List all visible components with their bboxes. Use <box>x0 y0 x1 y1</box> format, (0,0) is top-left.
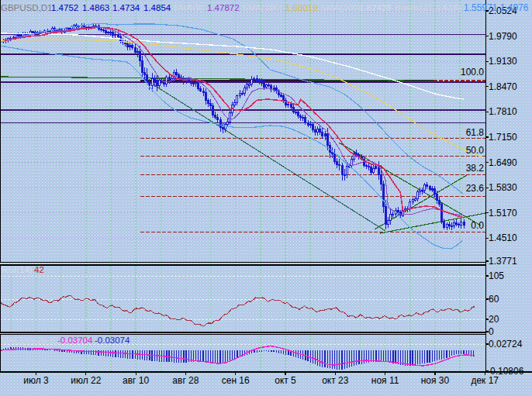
svg-text:1.68019: 1.68019 <box>285 3 318 12</box>
svg-text:RSI(14): RSI(14) <box>2 265 33 274</box>
svg-text:дек 17: дек 17 <box>471 375 499 386</box>
svg-text:0.0: 0.0 <box>471 220 484 231</box>
svg-text:1.47872: 1.47872 <box>207 3 240 12</box>
svg-text:SMA(200): SMA(200) <box>320 3 361 12</box>
svg-text:61.8: 61.8 <box>466 127 485 138</box>
svg-text:1.9130: 1.9130 <box>489 56 517 67</box>
svg-text:ноя 30: ноя 30 <box>421 375 450 386</box>
svg-text:ноя 11: ноя 11 <box>371 375 399 386</box>
svg-text:SMA(100): SMA(100) <box>242 3 282 12</box>
svg-text:июл 3: июл 3 <box>23 375 49 386</box>
svg-text:1.8470: 1.8470 <box>489 81 517 92</box>
svg-text:1.6490: 1.6490 <box>489 157 517 168</box>
svg-text:1.82428: 1.82428 <box>359 3 392 12</box>
svg-text:1.5170: 1.5170 <box>489 208 517 219</box>
svg-text:1.55971 1.4976: 1.55971 1.4976 <box>464 2 529 13</box>
svg-text:100.0: 100.0 <box>461 67 484 77</box>
svg-text:1.7150: 1.7150 <box>489 132 517 143</box>
svg-text:SMA(9): SMA(9) <box>173 3 203 12</box>
svg-text:-0.03704: -0.03704 <box>57 336 93 345</box>
svg-text:1.4510: 1.4510 <box>489 232 517 243</box>
svg-text:MACD(5,26,5): MACD(5,26,5) <box>1 336 58 345</box>
svg-text:23.6: 23.6 <box>466 183 485 194</box>
svg-text:0.02724: 0.02724 <box>489 339 523 350</box>
svg-text:1.5830: 1.5830 <box>489 182 517 193</box>
svg-text:Bands(21,1.618): Bands(21,1.618) <box>395 3 461 12</box>
svg-text:20: 20 <box>489 314 499 325</box>
svg-text:авг 10: авг 10 <box>123 375 149 386</box>
svg-text:окт 23: окт 23 <box>322 375 349 386</box>
svg-text:-0.03074: -0.03074 <box>95 336 130 345</box>
svg-text:60: 60 <box>489 294 499 305</box>
svg-text:50.0: 50.0 <box>466 145 485 156</box>
svg-text:1.4734: 1.4734 <box>112 3 140 12</box>
svg-text:38.2: 38.2 <box>466 163 485 174</box>
svg-text:GBPUSD,D1: GBPUSD,D1 <box>1 3 52 12</box>
svg-text:105: 105 <box>489 270 504 281</box>
svg-text:1.4854: 1.4854 <box>143 3 171 12</box>
svg-text:окт 5: окт 5 <box>275 375 296 386</box>
svg-text:1.7810: 1.7810 <box>489 106 517 117</box>
svg-text:1.4752: 1.4752 <box>51 3 78 12</box>
svg-text:авг 28: авг 28 <box>172 375 199 386</box>
svg-text:1.9790: 1.9790 <box>489 31 517 42</box>
svg-text:июл 22: июл 22 <box>71 375 101 386</box>
svg-text:сен 16: сен 16 <box>222 375 250 386</box>
svg-text:0: 0 <box>489 326 494 337</box>
svg-text:1.4863: 1.4863 <box>82 3 109 12</box>
svg-text:42: 42 <box>34 265 44 274</box>
svg-text:1.3771: 1.3771 <box>489 256 517 267</box>
